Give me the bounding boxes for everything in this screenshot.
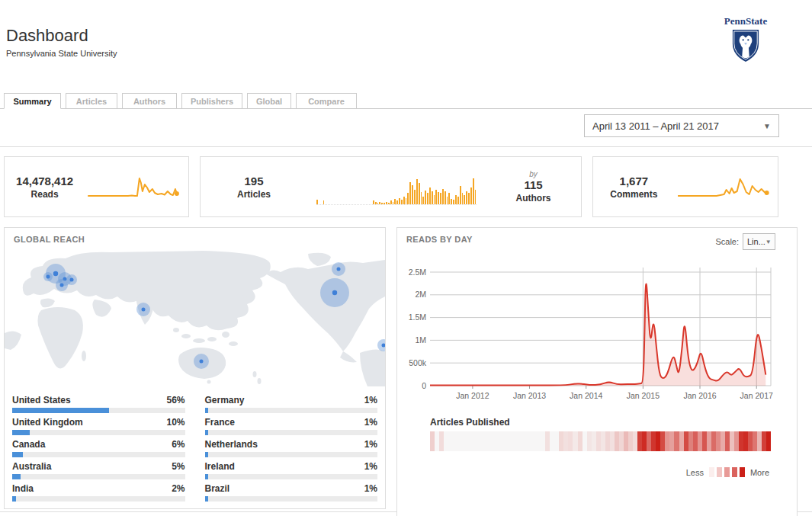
mini-bar <box>468 193 470 204</box>
country-row-top: France1% <box>205 417 378 428</box>
country-percent: 56% <box>166 395 185 405</box>
country-name: Australia <box>12 461 51 472</box>
tab-summary[interactable]: Summary <box>4 93 61 109</box>
map-bubble <box>56 279 68 291</box>
mini-bar <box>419 183 420 204</box>
svg-text:500k: 500k <box>409 358 427 367</box>
mini-bar <box>451 199 452 204</box>
country-bar-track <box>205 408 378 413</box>
country-name: Canada <box>12 439 45 450</box>
country-row: Brazil1% <box>205 483 378 500</box>
heatmap-legend: Less More <box>686 467 769 477</box>
mini-bar <box>422 197 424 204</box>
country-row: Ireland1% <box>205 461 378 478</box>
mini-bar <box>409 182 411 204</box>
pennstate-logo: PennState <box>723 15 769 62</box>
country-row: France1% <box>205 417 378 434</box>
mini-bar <box>464 195 465 204</box>
articles-stat-card: 195 Articles by 115 Authors <box>200 156 582 217</box>
mini-bar <box>388 203 390 204</box>
country-row: United States56% <box>12 395 185 412</box>
heatmap-cell <box>766 431 771 451</box>
mini-bar <box>427 193 428 204</box>
scale-select[interactable]: Lin... ▼ <box>743 233 775 250</box>
tab-articles[interactable]: Articles <box>66 93 117 109</box>
articles-label: Articles <box>201 189 307 200</box>
country-name: France <box>205 417 235 428</box>
country-bar-track <box>12 430 185 435</box>
tab-global[interactable]: Global <box>247 93 291 109</box>
country-row-top: Germany1% <box>205 395 378 405</box>
articles-bar-chart <box>316 179 477 205</box>
country-bar-fill <box>12 430 30 435</box>
mini-bar <box>475 190 477 204</box>
country-name: Brazil <box>205 483 230 494</box>
svg-text:0: 0 <box>422 381 426 390</box>
mini-bar <box>390 200 392 204</box>
country-name: Germany <box>205 395 245 405</box>
mini-bar <box>421 192 422 204</box>
mini-bar <box>323 200 325 204</box>
country-bar-fill <box>205 496 208 502</box>
svg-text:1.5M: 1.5M <box>409 312 426 322</box>
scale-control: Scale: Lin... ▼ <box>715 233 775 250</box>
svg-text:Jan 2015: Jan 2015 <box>627 391 660 400</box>
mini-bar <box>412 185 413 204</box>
country-row-top: Netherlands1% <box>205 439 378 450</box>
legend-more-label: More <box>750 468 769 477</box>
page-subtitle: Pennsylvania State University <box>6 49 117 58</box>
country-bar-fill <box>205 474 208 479</box>
country-percent: 5% <box>172 461 185 472</box>
country-row-top: Canada6% <box>12 439 185 450</box>
reads-sparkline <box>88 173 181 200</box>
comments-stat: 1,677 Comments <box>593 175 675 200</box>
country-bar-fill <box>205 452 208 457</box>
chevron-down-icon: ▼ <box>765 239 772 245</box>
scale-value: Lin... <box>747 237 765 246</box>
mini-bar <box>403 197 405 204</box>
country-row-top: United States56% <box>12 395 185 405</box>
country-row: Germany1% <box>205 395 378 412</box>
comments-value: 1,677 <box>593 175 675 187</box>
country-percent: 10% <box>166 417 185 428</box>
country-bar-track <box>205 430 378 435</box>
mini-bar <box>406 198 407 204</box>
authors-by-label: by <box>486 170 581 178</box>
legend-swatch <box>724 467 730 477</box>
country-percent: 2% <box>172 483 185 494</box>
svg-text:Jan 2013: Jan 2013 <box>513 391 546 400</box>
country-row-top: Ireland1% <box>205 461 378 472</box>
country-percent: 1% <box>364 483 377 494</box>
mini-bar <box>438 192 439 204</box>
map-bubble <box>194 354 209 369</box>
articles-value: 195 <box>201 175 307 187</box>
country-bar-track <box>12 474 185 479</box>
mini-bar <box>316 200 318 204</box>
svg-text:Jan 2017: Jan 2017 <box>740 391 773 400</box>
country-percent: 1% <box>364 439 377 450</box>
date-range-select[interactable]: April 13 2011 – April 21 2017 ▼ <box>584 114 779 137</box>
country-name: India <box>12 483 34 494</box>
country-bar-track <box>205 474 378 479</box>
country-row: United Kingdom10% <box>12 417 185 434</box>
mini-bar <box>447 197 448 204</box>
mini-bar <box>445 191 446 204</box>
world-map <box>5 251 385 386</box>
mini-bar <box>373 200 374 204</box>
country-percent: 6% <box>172 439 185 450</box>
tab-compare[interactable]: Compare <box>296 93 357 109</box>
reads-stat: 14,478,412 Reads <box>5 175 85 200</box>
mini-bar <box>379 202 380 204</box>
country-row: Canada6% <box>12 439 185 456</box>
country-percent: 1% <box>364 395 377 405</box>
tab-authors[interactable]: Authors <box>122 93 177 109</box>
tab-publishers[interactable]: Publishers <box>181 93 242 109</box>
comments-sparkline <box>678 173 770 200</box>
country-bar-fill <box>12 408 109 413</box>
legend-less-label: Less <box>686 468 704 477</box>
articles-published-label: Articles Published <box>430 417 510 428</box>
map-bubble <box>320 278 349 307</box>
mini-bar <box>375 202 377 204</box>
mini-bar <box>448 193 450 204</box>
country-bar-fill <box>12 452 23 457</box>
